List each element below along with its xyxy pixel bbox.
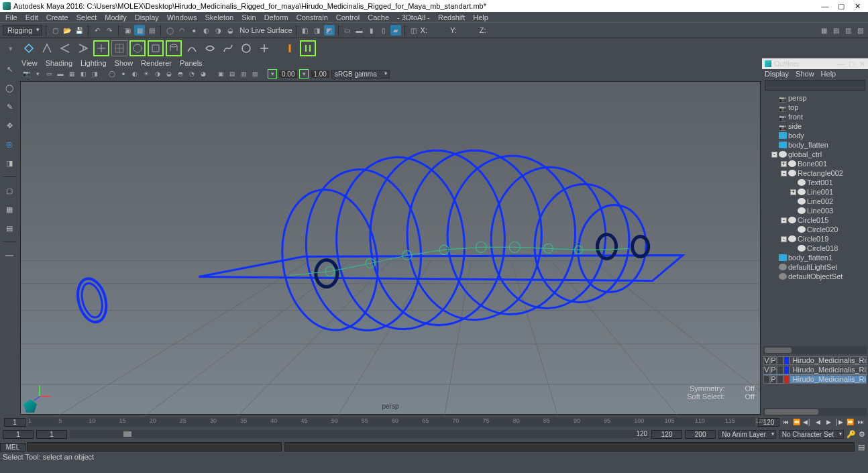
layer-p-toggle[interactable]: P: [770, 375, 777, 384]
shading-ao-icon[interactable]: ◒: [164, 69, 174, 78]
shelf-curve-5-icon[interactable]: [256, 40, 272, 56]
collapse-icon[interactable]: [1, 248, 17, 264]
menu-windows[interactable]: Windows: [163, 13, 201, 21]
new-scene-icon[interactable]: ▢: [50, 25, 60, 36]
maximize-button[interactable]: ▢: [833, 2, 849, 11]
menu-help[interactable]: Help: [469, 13, 492, 21]
shelf-curve-4-icon[interactable]: [238, 40, 254, 56]
outliner-node[interactable]: -Circle015: [762, 215, 868, 225]
time-slider[interactable]: 1 15101520253035404550556065707580859095…: [0, 416, 868, 428]
play-fwd-button[interactable]: ▶: [824, 417, 833, 427]
shelf-curve-1-icon[interactable]: [184, 40, 200, 56]
outliner-node[interactable]: Text001: [762, 178, 868, 187]
menu-display[interactable]: Display: [131, 13, 163, 21]
panel-menu-lighting[interactable]: Lighting: [80, 59, 107, 67]
layer-v-toggle[interactable]: V: [763, 356, 770, 365]
script-lang-button[interactable]: MEL: [0, 443, 25, 452]
panel-menu-view[interactable]: View: [21, 59, 38, 67]
hypershade-icon[interactable]: ▰: [390, 25, 401, 36]
outliner-node[interactable]: persp: [762, 93, 868, 103]
range-start-field[interactable]: 1: [3, 430, 34, 439]
history-off-icon[interactable]: ◨: [312, 25, 323, 36]
shelf-cube-icon[interactable]: [148, 40, 164, 56]
range-inner-end-field[interactable]: 120: [651, 430, 682, 439]
outliner-node[interactable]: body_flatten: [762, 140, 868, 150]
shading-shadow-icon[interactable]: ◑: [153, 69, 162, 78]
panel-cam-icon[interactable]: 📷: [21, 69, 31, 78]
step-back-key-button[interactable]: ⏪: [792, 417, 801, 427]
isolate-icon[interactable]: ▣: [216, 69, 225, 78]
step-fwd-button[interactable]: │▶: [834, 417, 844, 427]
outliner-node[interactable]: top: [762, 103, 868, 112]
rotate-tool-icon[interactable]: ◎: [1, 136, 17, 152]
menu--3dtoall-[interactable]: - 3DtoAll -: [393, 13, 434, 21]
construction-history-icon[interactable]: ◩: [324, 25, 335, 36]
panel-grid-icon[interactable]: ▦: [67, 69, 76, 78]
range-inner-start-field[interactable]: 1: [36, 430, 67, 439]
outliner-node[interactable]: defaultObjectSet: [762, 272, 868, 281]
snap-plane-icon[interactable]: ◐: [201, 25, 211, 36]
layer-row[interactable]: VPHirudo_Medicinalis_Ri: [763, 356, 867, 365]
autokey-button[interactable]: 🔑: [847, 430, 856, 439]
module-selector[interactable]: Rigging: [3, 25, 42, 36]
expand-toggle[interactable]: +: [781, 161, 787, 167]
layout-1-icon[interactable]: ▦: [818, 25, 829, 36]
layer-color-swatch[interactable]: [783, 375, 790, 384]
shelf-sphere-icon[interactable]: [129, 40, 146, 56]
expand-toggle[interactable]: -: [781, 236, 787, 242]
step-back-button[interactable]: ◀│: [802, 417, 812, 427]
panel-res-icon[interactable]: ◨: [90, 69, 99, 78]
gamma-low-icon[interactable]: ▾: [299, 69, 309, 78]
outliner-close-button[interactable]: ✕: [859, 60, 865, 68]
panel-menu-shading[interactable]: Shading: [46, 59, 72, 67]
shelf-tool-2-icon[interactable]: [39, 40, 55, 56]
panel-film-icon[interactable]: ▬: [56, 69, 65, 78]
script-editor-button[interactable]: ▤: [855, 443, 868, 452]
minimize-button[interactable]: —: [817, 2, 833, 10]
layout-custom-icon[interactable]: ▤: [1, 220, 17, 236]
ipri-render-icon[interactable]: ▬: [354, 25, 365, 36]
expand-toggle[interactable]: -: [771, 152, 777, 158]
render-view-icon[interactable]: ▯: [378, 25, 389, 36]
outliner-node[interactable]: defaultLightSet: [762, 262, 868, 272]
goto-start-button[interactable]: ⏮: [781, 417, 790, 427]
move-tool-icon[interactable]: ✥: [1, 117, 17, 134]
panel-gate-icon[interactable]: ◧: [78, 69, 88, 78]
snap-curve-icon[interactable]: ◠: [176, 25, 187, 36]
shelf-curve-3-icon[interactable]: [220, 40, 236, 56]
outliner-menu-display[interactable]: Display: [765, 70, 789, 78]
xray-comp-icon[interactable]: ▧: [250, 69, 260, 78]
layer-p-toggle[interactable]: P: [770, 356, 777, 365]
select-component-icon[interactable]: ▦: [134, 25, 145, 36]
outliner-node[interactable]: side: [762, 121, 868, 131]
snap-live-icon[interactable]: ◑: [213, 25, 223, 36]
outliner-node[interactable]: body: [762, 131, 868, 140]
layer-v-toggle[interactable]: V: [763, 366, 770, 374]
range-slider[interactable]: 120: [70, 430, 649, 438]
time-ruler[interactable]: 1510152025303540455055606570758085909510…: [28, 417, 755, 427]
character-set-dropdown[interactable]: No Character Set: [779, 430, 844, 439]
outliner-menu-show[interactable]: Show: [796, 70, 814, 78]
menu-edit[interactable]: Edit: [21, 13, 42, 21]
outliner-node[interactable]: +Bone001: [762, 159, 868, 168]
outliner-menu-help[interactable]: Help: [821, 70, 836, 78]
outliner-node[interactable]: -global_ctrl: [762, 150, 868, 159]
outliner-node[interactable]: +Line001: [762, 187, 868, 197]
prefs-button[interactable]: ⚙: [859, 430, 865, 439]
menu-modify[interactable]: Modify: [101, 13, 130, 21]
outliner-search-input[interactable]: [765, 80, 865, 91]
layout-3-icon[interactable]: ▥: [843, 25, 853, 36]
outliner-min-button[interactable]: —: [837, 60, 845, 68]
menu-cache[interactable]: Cache: [364, 13, 393, 21]
expand-toggle[interactable]: +: [790, 189, 796, 195]
snap-point-icon[interactable]: ●: [188, 25, 199, 36]
current-frame-field[interactable]: 1: [4, 418, 25, 427]
layer-hscrollbar[interactable]: [763, 408, 867, 416]
xray-icon[interactable]: ▤: [227, 69, 237, 78]
step-fwd-key-button[interactable]: ⏩: [845, 417, 855, 427]
command-input[interactable]: [27, 442, 282, 452]
shading-motion-icon[interactable]: ◓: [176, 69, 185, 78]
scale-tool-icon[interactable]: ◨: [1, 155, 17, 171]
shading-aa-icon[interactable]: ◕: [199, 69, 208, 78]
shading-tex-icon[interactable]: ◐: [130, 69, 140, 78]
